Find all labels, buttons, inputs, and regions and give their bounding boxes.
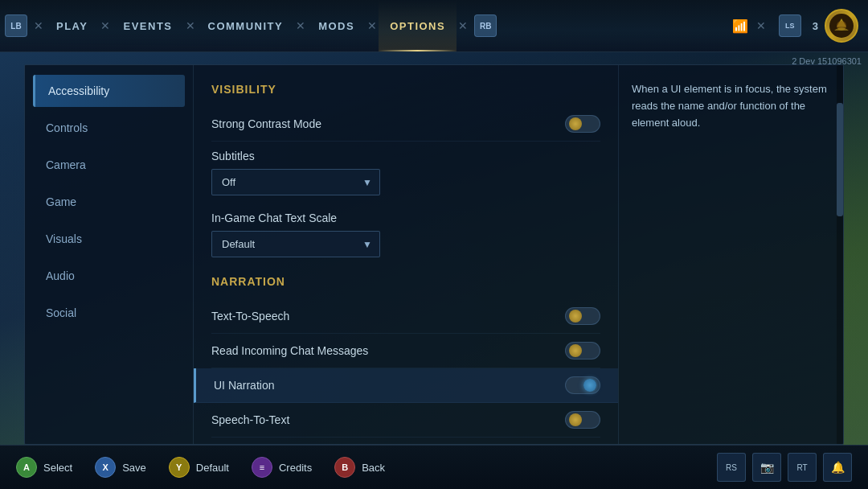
credits-label: Credits [279,462,312,474]
sidebar: Accessibility Controls Camera Game Visua… [25,65,194,444]
stt-label: Speech-To-Text [211,413,289,426]
read-chat-row: Read Incoming Chat Messages [211,334,600,368]
nav-sep-2: ✕ [100,19,110,32]
read-chat-toggle[interactable] [565,342,600,360]
nav-sep-1: ✕ [34,19,43,32]
ls-icon: LS [779,14,801,37]
player-count: 3 [813,20,818,32]
save-badge: X [95,457,116,478]
tts-label: Text-To-Speech [211,310,289,323]
back-button[interactable]: B Back [334,457,385,478]
subtitles-setting: Subtitles Off On ▼ [211,142,600,203]
bottom-right-icons: RS 📷 RT 🔔 [717,453,852,482]
save-label: Save [122,462,146,474]
subtitles-label: Subtitles [211,150,600,162]
back-label: Back [362,462,385,474]
chat-scale-setting: In-Game Chat Text Scale Default Small La… [211,203,600,269]
select-button[interactable]: A Select [16,457,72,478]
info-panel-text: When a UI element is in focus, the syste… [632,81,830,131]
nav-item-mods[interactable]: MODS [307,0,366,51]
stt-row: Speech-To-Text [211,403,600,438]
credits-badge: ≡ [252,457,272,478]
rb-button[interactable]: RB [474,14,497,37]
select-badge: A [16,457,37,478]
nav-sep-5: ✕ [367,19,377,32]
nav-sep-r1: ✕ [756,19,766,32]
subtitles-dropdown[interactable]: Off On [211,169,380,195]
tts-row: Text-To-Speech [211,299,600,334]
subtitles-dropdown-container: Off On ▼ [211,169,380,195]
nav-sep-4: ✕ [296,19,305,32]
sidebar-item-camera[interactable]: Camera [33,149,185,181]
back-badge: B [334,457,355,478]
camera-icon: 📷 [752,453,781,482]
default-button[interactable]: Y Default [169,457,229,478]
nav-items: LB ✕ PLAY ✕ EVENTS ✕ COMMUNITY ✕ MODS ✕ … [0,0,732,51]
ui-narration-toggle-dot [583,379,596,392]
topbar: LB ✕ PLAY ✕ EVENTS ✕ COMMUNITY ✕ MODS ✕ … [0,0,868,52]
lb-button[interactable]: LB [5,14,27,37]
wifi-icon: 📶 [732,18,748,34]
credits-button[interactable]: ≡ Credits [252,457,312,478]
stt-toggle[interactable] [565,411,600,429]
nav-item-options[interactable]: OPTIONS [379,0,457,51]
tts-toggle[interactable] [565,307,600,325]
strong-contrast-toggle-dot [569,117,582,130]
chat-scale-dropdown-container: Default Small Large ▼ [211,231,380,257]
sidebar-item-social[interactable]: Social [33,297,185,329]
ui-narration-label: UI Narration [214,379,274,392]
sidebar-item-audio[interactable]: Audio [33,260,185,292]
bottombar: A Select X Save Y Default ≡ Credits B Ba… [0,445,868,489]
nav-sep-6: ✕ [458,19,468,32]
sidebar-item-visuals[interactable]: Visuals [33,223,185,255]
rs-icon: RS [717,453,746,482]
default-label: Default [196,462,229,474]
bell-icon: 🔔 [823,453,852,482]
stt-toggle-dot [569,413,582,426]
narration-section-title: Narration [211,275,600,288]
visibility-section-title: Visibility [211,83,600,96]
strong-contrast-toggle[interactable] [565,115,600,133]
nav-item-play[interactable]: PLAY [45,0,99,51]
chat-scale-dropdown[interactable]: Default Small Large [211,231,380,257]
strong-contrast-label: Strong Contrast Mode [211,117,321,130]
ui-narration-row: UI Narration [194,368,618,403]
content-area: Visibility Strong Contrast Mode Subtitle… [194,65,618,444]
save-button[interactable]: X Save [95,457,146,478]
strong-contrast-row: Strong Contrast Mode [211,107,600,142]
read-chat-toggle-dot [569,344,582,357]
sidebar-item-accessibility[interactable]: Accessibility [33,75,185,107]
ui-narration-toggle[interactable] [565,376,600,394]
avatar[interactable] [825,9,858,43]
sidebar-item-game[interactable]: Game [33,186,185,218]
sidebar-item-controls[interactable]: Controls [33,112,185,144]
nav-right: 📶 ✕ LS 3 [732,9,868,43]
rt-icon: RT [788,453,817,482]
scroll-thumb[interactable] [837,103,843,216]
scroll-track[interactable] [837,65,843,444]
select-label: Select [43,462,72,474]
nav-item-community[interactable]: COMMUNITY [197,0,295,51]
chat-scale-label: In-Game Chat Text Scale [211,212,600,224]
tts-toggle-dot [569,310,582,323]
main-panel: Accessibility Controls Camera Game Visua… [24,64,844,445]
nav-item-events[interactable]: EVENTS [112,0,183,51]
default-badge: Y [169,457,190,478]
info-panel: When a UI element is in focus, the syste… [618,65,843,444]
read-chat-label: Read Incoming Chat Messages [211,344,368,357]
nav-sep-3: ✕ [186,19,195,32]
version-tag: 2 Dev 151096301 [792,56,862,66]
